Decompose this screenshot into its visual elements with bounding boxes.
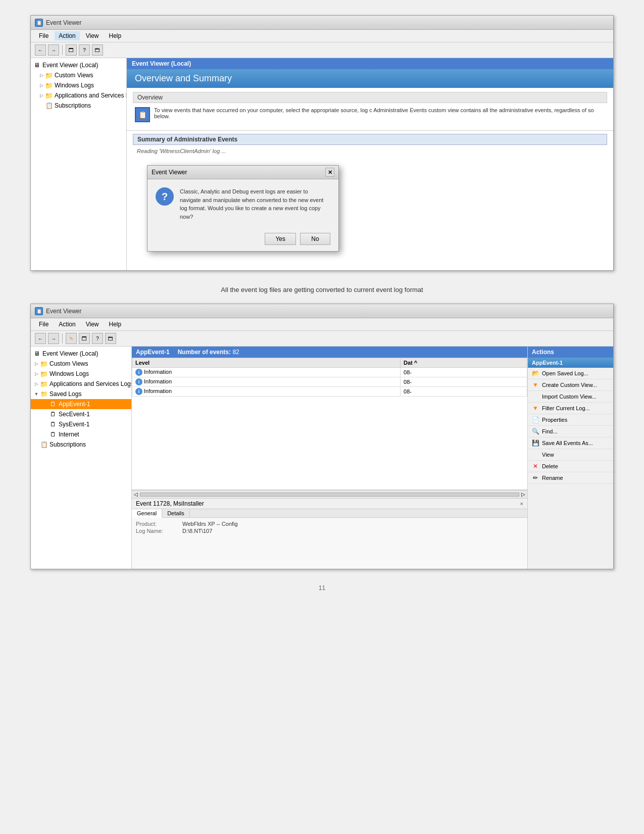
sidebar2-savedlogs[interactable]: ▼ 📁 Saved Logs xyxy=(31,389,131,399)
action-delete-label: Delete xyxy=(542,463,558,469)
menu-help[interactable]: Help xyxy=(105,31,126,40)
main-area2: AppEvent-1 Number of events: 82 Level Da… xyxy=(132,347,527,569)
sidebar2-subscriptions[interactable]: 📋 Subscriptions xyxy=(31,439,131,450)
window1-title: Event Viewer xyxy=(46,19,81,26)
menu-action[interactable]: Action xyxy=(55,31,79,40)
menubar1: File Action View Help xyxy=(31,30,613,42)
sidebar-root[interactable]: 🖥 Event Viewer (Local) xyxy=(31,60,126,70)
sidebar2-internet[interactable]: 🗒 Internet xyxy=(31,429,131,439)
tab-details[interactable]: Details xyxy=(162,509,190,517)
sidebar2-sysevent1-label: SysEvent-1 xyxy=(59,421,89,428)
menu-view[interactable]: View xyxy=(82,31,103,40)
event-row1-level: i Information xyxy=(132,368,401,377)
dialog-close-button[interactable]: ✕ xyxy=(325,168,334,177)
properties-button[interactable]: 🗔 xyxy=(92,44,103,56)
action-save-all-events-label: Save All Events As... xyxy=(542,440,593,446)
event-detail-close[interactable]: × xyxy=(520,501,523,507)
col-date[interactable]: Dat ^ xyxy=(401,358,527,368)
window2-title: Event Viewer xyxy=(46,308,81,315)
refresh-button2[interactable]: 🗖 xyxy=(79,333,90,344)
sidebar-windowslogs-label: Windows Logs xyxy=(55,82,94,89)
titlebar2-left: 📋 Event Viewer xyxy=(35,307,81,315)
hscroll-track[interactable] xyxy=(140,493,519,497)
appsservices-icon2: 📁 xyxy=(40,380,48,388)
sidebar-appsservices-label: Applications and Services Lo xyxy=(55,92,127,99)
left-arrow[interactable]: ◁ xyxy=(134,492,138,497)
page-number: 11 xyxy=(30,584,614,592)
window2: 📋 Event Viewer File Action View Help ← →… xyxy=(30,304,614,569)
forward-button2[interactable]: → xyxy=(48,333,59,344)
app-icon: 📋 xyxy=(35,19,43,27)
content-header1: Event Viewer (Local) xyxy=(127,58,613,69)
sidebar-item-windowslogs[interactable]: ▷ 📁 Windows Logs xyxy=(31,80,126,90)
tab-general[interactable]: General xyxy=(132,509,162,518)
sidebar2-root[interactable]: 🖥 Event Viewer (Local) xyxy=(31,349,131,359)
appevent1-icon: 🗒 xyxy=(49,400,57,408)
action-find[interactable]: 🔍 Find... xyxy=(528,426,613,437)
events-header: AppEvent-1 Number of events: 82 xyxy=(132,347,527,358)
detail-value-logname: D:\8.NT\107 xyxy=(182,528,212,534)
menu-file[interactable]: File xyxy=(35,31,53,40)
arrow2-appsservices: ▷ xyxy=(33,380,40,387)
action-open-saved-log[interactable]: 📂 Open Saved Log... xyxy=(528,368,613,379)
action-rename-label: Rename xyxy=(542,475,563,481)
sidebar-root-label: Event Viewer (Local) xyxy=(42,62,98,69)
sidebar-item-customviews[interactable]: ▷ 📁 Custom Views xyxy=(31,70,126,80)
actions-section-title: AppEvent-1 xyxy=(528,358,613,368)
menu2-help[interactable]: Help xyxy=(105,320,126,329)
event-row2-level: i Information xyxy=(132,377,401,387)
menu2-action[interactable]: Action xyxy=(55,320,79,329)
sidebar2-appevent1[interactable]: 🗒 AppEvent-1 xyxy=(31,399,131,409)
sidebar2-windowslogs[interactable]: ▷ 📁 Windows Logs xyxy=(31,369,131,379)
action-rename[interactable]: ✏ Rename xyxy=(528,472,613,484)
sidebar2-secevent1[interactable]: 🗒 SecEvent-1 xyxy=(31,409,131,419)
help-button2[interactable]: ? xyxy=(92,333,103,344)
action-view[interactable]: View xyxy=(528,449,613,461)
forward-button[interactable]: → xyxy=(48,44,59,56)
action-properties-label: Properties xyxy=(542,417,567,423)
customviews-icon2: 📁 xyxy=(40,360,48,368)
delete-icon: ✕ xyxy=(532,463,539,470)
menu2-view[interactable]: View xyxy=(82,320,103,329)
sidebar2-sysevent1[interactable]: 🗒 SysEvent-1 xyxy=(31,419,131,429)
hscrollbar[interactable]: ◁ ▷ xyxy=(132,490,527,498)
action-filter-current-log[interactable]: ▼ Filter Current Log... xyxy=(528,403,613,414)
properties-button2[interactable]: 🗔 xyxy=(105,333,116,344)
action-import-custom-view[interactable]: Import Custom View... xyxy=(528,391,613,403)
right-arrow[interactable]: ▷ xyxy=(521,492,525,497)
col-level[interactable]: Level xyxy=(132,358,401,368)
help-button[interactable]: ? xyxy=(79,44,90,56)
refresh-button[interactable]: 🗖 xyxy=(66,44,77,56)
savedlogs-icon: 📁 xyxy=(40,390,48,398)
monitor-icon2: 🖥 xyxy=(33,350,41,358)
action-properties[interactable]: 📄 Properties xyxy=(528,414,613,426)
sidebar-item-appsservices[interactable]: ▷ 📁 Applications and Services Lo xyxy=(31,90,126,101)
event-row1-date: 08- xyxy=(401,368,527,377)
events-data-table: Level Dat ^ i Information 08- i Informat… xyxy=(132,358,527,397)
sidebar2-root-label: Event Viewer (Local) xyxy=(42,350,98,357)
newlog-button[interactable]: ✎ xyxy=(66,333,77,344)
event-row-2[interactable]: i Information 08- xyxy=(132,377,527,387)
sidebar2: 🖥 Event Viewer (Local) ▷ 📁 Custom Views … xyxy=(31,347,132,569)
back-button[interactable]: ← xyxy=(35,44,46,56)
content-title1: Overview and Summary xyxy=(135,73,605,84)
action-save-all-events[interactable]: 💾 Save All Events As... xyxy=(528,437,613,449)
menu2-file[interactable]: File xyxy=(35,320,53,329)
event-row-3[interactable]: i Information 08- xyxy=(132,387,527,397)
sidebar2-appsservices[interactable]: ▷ 📁 Applications and Services Logs xyxy=(31,379,131,389)
filter-current-log-icon: ▼ xyxy=(532,405,539,412)
sidebar2-customviews-label: Custom Views xyxy=(49,360,88,367)
dialog-no-button[interactable]: No xyxy=(300,233,330,245)
info-icon3: i xyxy=(135,388,142,395)
event-row-1[interactable]: i Information 08- xyxy=(132,368,527,377)
event-row3-date: 08- xyxy=(401,387,527,397)
dialog-yes-button[interactable]: Yes xyxy=(265,233,296,245)
action-create-custom-view[interactable]: ▼ Create Custom View... xyxy=(528,379,613,391)
titlebar2: 📋 Event Viewer xyxy=(31,304,613,318)
reading-log: Reading 'WitnessClientAdmin' log ... xyxy=(133,145,607,157)
action-import-custom-view-label: Import Custom View... xyxy=(542,394,596,400)
action-delete[interactable]: ✕ Delete xyxy=(528,461,613,472)
back-button2[interactable]: ← xyxy=(35,333,46,344)
sidebar2-customviews[interactable]: ▷ 📁 Custom Views xyxy=(31,359,131,369)
sidebar-item-subscriptions[interactable]: 📋 Subscriptions xyxy=(31,101,126,111)
